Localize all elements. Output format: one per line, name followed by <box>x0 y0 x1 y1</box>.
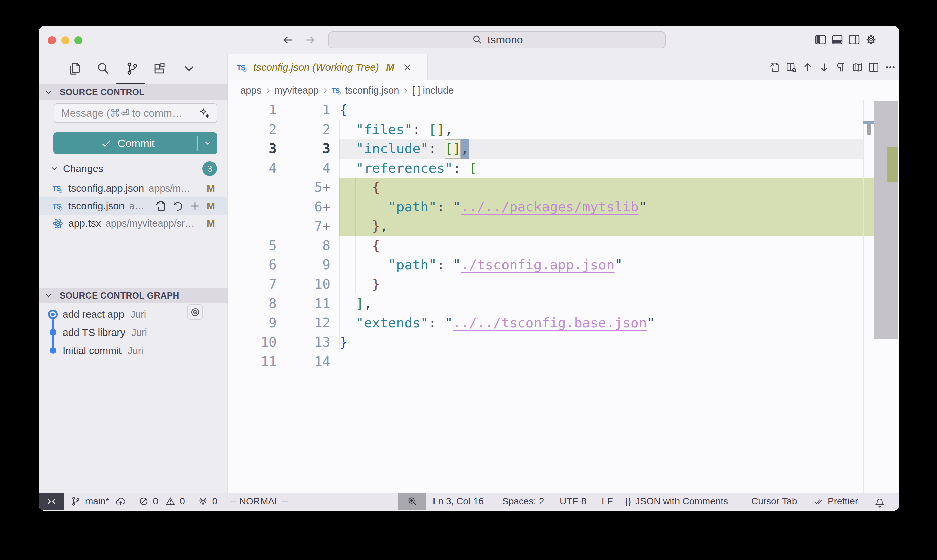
open-file-icon[interactable] <box>154 200 166 212</box>
changes-chevron-icon[interactable] <box>50 164 58 173</box>
code-token <box>461 160 469 176</box>
code-token <box>340 276 372 292</box>
forward-arrow-icon[interactable] <box>304 34 316 46</box>
open-file-icon[interactable] <box>769 62 780 73</box>
more-actions-icon[interactable] <box>885 62 896 73</box>
back-arrow-icon[interactable] <box>282 34 294 46</box>
desktop: tsmono <box>0 0 937 560</box>
code-line[interactable]: 1 1 { <box>228 100 899 120</box>
line-content: { <box>331 178 380 197</box>
code-line[interactable]: 7 10 } <box>228 275 899 294</box>
traffic-light-minimize[interactable] <box>61 36 69 45</box>
change-row[interactable]: TS app.tsx apps/myviteapp/sr… M <box>39 215 228 232</box>
next-change-icon[interactable] <box>819 62 830 73</box>
eol-status[interactable]: LF <box>602 493 613 510</box>
problems-status[interactable]: 0 0 <box>138 496 185 507</box>
collapse-chevron-icon[interactable] <box>44 88 53 97</box>
commit-row[interactable]: add TS library Juri <box>39 323 228 342</box>
extensions-icon[interactable] <box>152 62 166 76</box>
cursor-position[interactable]: Ln 3, Col 16 <box>433 493 484 510</box>
commit-row[interactable]: Initial commit Juri <box>39 342 228 360</box>
line-content: "path": "../../packages/mytslib" <box>331 197 647 217</box>
toggle-panel-icon[interactable] <box>831 34 843 46</box>
breadcrumb-myviteapp[interactable]: myviteapp <box>274 85 319 96</box>
search-sidebar-icon[interactable] <box>96 62 110 76</box>
row-actions <box>154 197 201 215</box>
change-row[interactable]: TS tsconfig.app.json apps/m… M <box>39 180 228 197</box>
ports-count: 0 <box>212 496 218 507</box>
code-line[interactable]: 5 8 { <box>228 236 899 255</box>
code-line[interactable]: 10 13 } <box>228 332 899 352</box>
code-token: : <box>453 160 461 176</box>
traffic-light-zoom[interactable] <box>74 36 83 45</box>
branch-status[interactable]: main* <box>71 496 126 507</box>
vscode-window: tsmono <box>39 26 899 511</box>
changes-header[interactable]: Changes 3 <box>39 160 228 177</box>
code-token: : <box>412 122 420 137</box>
code-line[interactable]: 4 4 "references": [ <box>228 158 899 178</box>
graph-collapse-chevron-icon[interactable] <box>44 291 53 300</box>
previous-change-icon[interactable] <box>802 62 814 73</box>
code-line[interactable]: 5+ { <box>228 178 899 197</box>
settings-gear-icon[interactable] <box>865 34 877 46</box>
indentation-status[interactable]: Spaces: 2 <box>502 493 544 510</box>
toggle-whitespace-icon[interactable] <box>835 62 846 73</box>
code-line[interactable]: 8 11 ], <box>228 294 899 313</box>
toggle-sidebar-icon[interactable] <box>814 34 826 46</box>
stage-changes-icon[interactable] <box>189 200 201 212</box>
commit-dropdown-icon[interactable] <box>203 138 212 148</box>
code-line[interactable]: 3 3 "include": [], <box>228 139 899 158</box>
explorer-icon[interactable] <box>68 62 82 76</box>
toggle-secondary-sidebar-icon[interactable] <box>848 34 860 46</box>
code-token: " <box>453 257 461 272</box>
editor-actions <box>769 62 896 73</box>
changes-list: TS tsconfig.app.json apps/m… M TS tsconf… <box>39 180 228 232</box>
language-name: JSON with Comments <box>635 496 728 507</box>
views-chevron-icon[interactable] <box>182 62 196 76</box>
encoding-status[interactable]: UTF-8 <box>560 493 586 510</box>
typescript-config-file-icon: TS <box>52 183 63 194</box>
code-line[interactable]: 7+ }, <box>228 216 899 236</box>
notifications-bell-icon[interactable] <box>874 493 885 510</box>
vim-block-cursor: , <box>461 139 469 158</box>
source-control-graph-header[interactable]: SOURCE CONTROL GRAPH <box>39 288 228 303</box>
code-token <box>340 122 356 137</box>
command-center-search[interactable]: tsmono <box>328 31 666 48</box>
code-line[interactable]: 6+ "path": "../../packages/mytslib" <box>228 197 899 217</box>
code-token: , <box>364 295 372 311</box>
zoom-status-item[interactable] <box>398 493 426 510</box>
tab-close-icon[interactable] <box>402 62 412 72</box>
commit-button[interactable]: Commit <box>53 132 217 154</box>
change-row[interactable]: TS tsconfig.json a… M <box>39 197 228 215</box>
diff-editor-content[interactable]: 1 1 { 2 2 "files": [], 3 3 "include": []… <box>228 100 899 493</box>
vertical-scrollbar[interactable] <box>874 101 898 339</box>
code-line[interactable]: 11 14 <box>228 352 899 372</box>
tab-tsconfig-working-tree[interactable]: TS tsconfig.json (Working Tree) M <box>228 54 428 80</box>
inline-view-toggle-icon[interactable] <box>786 62 797 73</box>
breadcrumb-include[interactable]: include <box>423 85 454 96</box>
remote-indicator[interactable] <box>39 493 64 510</box>
code-line[interactable]: 2 2 "files": [], <box>228 120 899 139</box>
ports-status[interactable]: 0 <box>198 496 218 507</box>
breadcrumb-apps[interactable]: apps <box>240 85 262 96</box>
discard-changes-icon[interactable] <box>172 200 184 212</box>
code-line[interactable]: 6 9 "path": "./tsconfig.app.json" <box>228 255 899 275</box>
line-number-original: 2 <box>228 120 277 139</box>
source-control-header[interactable]: SOURCE CONTROL <box>39 84 228 100</box>
errors-icon <box>138 496 149 506</box>
radio-tower-icon <box>198 496 208 506</box>
sparkle-ai-icon[interactable] <box>199 108 210 119</box>
source-control-icon[interactable] <box>125 62 139 76</box>
split-editor-icon[interactable] <box>868 62 879 73</box>
language-status[interactable]: {} JSON with Comments <box>625 493 728 510</box>
prettier-status[interactable]: Prettier <box>814 493 858 510</box>
traffic-light-close[interactable] <box>48 36 56 45</box>
code-line[interactable]: 9 12 "extends": "../../tsconfig.base.jso… <box>228 313 899 333</box>
commit-message-input[interactable]: Message (⌘⏎ to comm… <box>54 103 217 123</box>
svg-text:TS: TS <box>332 86 340 94</box>
overview-selection-marker <box>867 124 871 135</box>
map-icon[interactable] <box>851 62 863 73</box>
goto-current-commit-button[interactable] <box>187 304 203 320</box>
breadcrumb-tsconfig[interactable]: tsconfig.json <box>345 85 399 96</box>
cursor-tab-status[interactable]: Cursor Tab <box>751 493 797 510</box>
